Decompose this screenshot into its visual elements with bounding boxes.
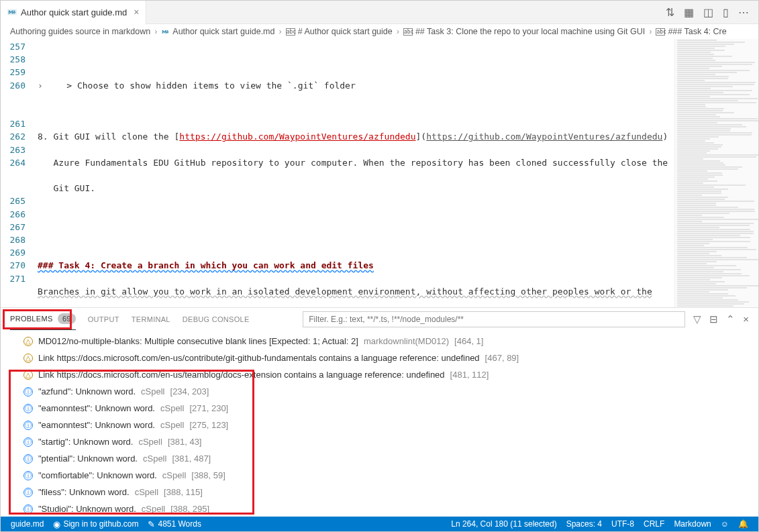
warning-icon: △ <box>23 370 33 380</box>
editor[interactable]: 257 258 259 260 261 262 263 264 265 266 … <box>1 39 674 307</box>
problem-row[interactable]: ⓘ"eamonntest": Unknown word.cSpell[275, … <box>9 417 750 433</box>
fold-chevron-icon[interactable]: › <box>38 79 46 92</box>
warning-icon: △ <box>23 337 33 346</box>
markdown-file-icon <box>7 7 17 17</box>
panel-tabs: PROBLEMS 69 OUTPUT TERMINAL DEBUG CONSOL… <box>1 308 758 330</box>
problem-source: markdownlint(MD012) <box>364 334 449 348</box>
problem-row[interactable]: ⓘ"filess": Unknown word.cSpell[388, 115] <box>9 484 750 500</box>
problem-row[interactable]: △MD012/no-multiple-blanks: Multiple cons… <box>9 333 750 350</box>
more-actions-icon[interactable]: ⋯ <box>738 6 749 19</box>
problem-row[interactable]: ⓘ"comfiortable": Unknown word.cSpell[388… <box>9 467 750 484</box>
heading-icon: abc <box>286 28 295 36</box>
problem-source: cSpell <box>135 485 158 499</box>
problem-source: cSpell <box>143 451 166 466</box>
github-icon: ◉ <box>53 519 60 529</box>
tab-debug-console[interactable]: DEBUG CONSOLE <box>183 310 250 329</box>
problem-row[interactable]: ⓘ"startig": Unknown word.cSpell[381, 43] <box>9 433 750 450</box>
problem-message: "eamonntest": Unknown word. <box>38 418 155 432</box>
editor-tab[interactable]: Author quick start guide.md × <box>1 1 146 24</box>
minimap[interactable]: document.write(Array.from({length:140}).… <box>674 39 758 307</box>
problem-source: cSpell <box>160 418 184 432</box>
tab-close-icon[interactable]: × <box>134 7 139 17</box>
statusbar: guide.md ◉Sign in to github.com ✎4851 Wo… <box>1 517 758 531</box>
problem-source: cSpell <box>138 435 162 449</box>
problem-location: [388, 295] <box>170 502 209 516</box>
problem-source: cSpell <box>141 384 164 398</box>
problem-message: "eamonntest": Unknown word. <box>38 401 155 415</box>
problem-message: "startig": Unknown word. <box>38 435 133 449</box>
info-icon: ⓘ <box>23 471 33 480</box>
status-indentation[interactable]: Spaces: 4 <box>562 519 607 529</box>
heading-icon: abc <box>656 28 665 36</box>
split-editor-right-icon[interactable]: ▯ <box>723 6 729 19</box>
problem-message: MD012/no-multiple-blanks: Multiple conse… <box>38 334 358 348</box>
tab-output[interactable]: OUTPUT <box>88 310 119 329</box>
breadcrumb-item[interactable]: Author quick start guide.md <box>172 27 274 36</box>
info-icon: ⓘ <box>23 387 33 396</box>
breadcrumb-item[interactable]: # Author quick start guide <box>298 27 393 36</box>
bottom-panel: PROBLEMS 69 OUTPUT TERMINAL DEBUG CONSOL… <box>1 307 758 518</box>
open-preview-icon[interactable]: ▦ <box>684 6 694 19</box>
problem-location: [381, 487] <box>172 451 211 466</box>
maximize-panel-icon[interactable]: ⌃ <box>726 313 735 325</box>
info-icon: ⓘ <box>23 421 33 430</box>
split-editor-icon[interactable]: ◫ <box>703 6 713 19</box>
status-language[interactable]: Markdown <box>669 519 715 529</box>
problem-row[interactable]: △Link https://docs.microsoft.com/en-us/t… <box>9 366 750 383</box>
chevron-right-icon: › <box>397 27 399 36</box>
problem-message: "azfund": Unknown word. <box>38 384 136 398</box>
breadcrumb-item[interactable]: ### Task 4: Cre <box>668 27 726 36</box>
info-icon: ⓘ <box>23 454 33 464</box>
status-feedback-icon[interactable]: ☺ <box>716 519 733 529</box>
problem-row[interactable]: ⓘ"eamonntest": Unknown word.cSpell[271, … <box>9 400 750 417</box>
code-content[interactable]: › > Choose to show hidden items to view … <box>38 39 674 307</box>
filter-icon[interactable]: ▽ <box>693 313 701 325</box>
status-signin[interactable]: ◉Sign in to github.com <box>48 519 143 529</box>
info-icon: ⓘ <box>23 488 33 497</box>
info-icon: ⓘ <box>23 404 33 413</box>
breadcrumb-item[interactable]: Authoring guides source in markdown <box>10 27 150 36</box>
status-eol[interactable]: CRLF <box>639 519 669 529</box>
status-cursor[interactable]: Ln 264, Col 180 (11 selected) <box>446 519 561 529</box>
problems-list[interactable]: △MD012/no-multiple-blanks: Multiple cons… <box>1 330 758 518</box>
chevron-right-icon: › <box>279 27 282 36</box>
tab-bar: Author quick start guide.md × ⇅ ▦ ◫ ▯ ⋯ <box>1 1 758 24</box>
problem-message: "Studioi": Unknown word. <box>38 502 136 516</box>
problem-location: [275, 123] <box>189 418 228 432</box>
breadcrumb-item[interactable]: ## Task 3: Clone the repo to your local … <box>415 27 645 36</box>
collapse-all-icon[interactable]: ⊟ <box>709 313 718 325</box>
status-encoding[interactable]: UTF-8 <box>607 519 639 529</box>
compare-changes-icon[interactable]: ⇅ <box>666 6 674 19</box>
book-icon: ✎ <box>148 519 155 529</box>
problem-message: "ptential": Unknown word. <box>38 451 138 466</box>
problem-source: cSpell <box>162 468 186 482</box>
problem-message: Link https://docs.microsoft.com/en-us/te… <box>38 368 445 382</box>
tab-actions: ⇅ ▦ ◫ ▯ ⋯ <box>656 6 758 19</box>
problem-row[interactable]: △Link https://docs.microsoft.com/en-us/c… <box>9 350 750 366</box>
breadcrumb[interactable]: Authoring guides source in markdown › Au… <box>1 24 758 39</box>
close-panel-icon[interactable]: × <box>743 313 749 325</box>
problem-source: cSpell <box>160 401 184 415</box>
chevron-right-icon: › <box>154 27 157 36</box>
heading-icon: abc <box>403 28 413 36</box>
info-icon: ⓘ <box>23 437 33 447</box>
problems-filter-input[interactable] <box>303 311 685 327</box>
problem-row[interactable]: ⓘ"Studioi": Unknown word.cSpell[388, 295… <box>9 500 750 517</box>
markdown-file-icon <box>161 28 170 36</box>
status-notifications-icon[interactable]: 🔔 <box>733 519 753 529</box>
tab-filename: Author quick start guide.md <box>21 7 127 17</box>
problem-location: [381, 43] <box>168 435 202 449</box>
tab-problems[interactable]: PROBLEMS 69 <box>10 308 76 330</box>
problem-location: [467, 89] <box>485 351 519 365</box>
problem-location: [271, 230] <box>189 401 228 415</box>
tab-terminal[interactable]: TERMINAL <box>132 310 170 329</box>
problem-row[interactable]: ⓘ"ptential": Unknown word.cSpell[381, 48… <box>9 450 750 467</box>
status-word-count[interactable]: ✎4851 Words <box>143 519 205 529</box>
info-icon: ⓘ <box>23 504 33 514</box>
chevron-right-icon: › <box>649 27 652 36</box>
warning-icon: △ <box>23 354 33 363</box>
status-file[interactable]: guide.md <box>6 519 48 529</box>
problem-message: "comfiortable": Unknown word. <box>38 468 157 482</box>
problem-row[interactable]: ⓘ"azfund": Unknown word.cSpell[234, 203] <box>9 383 750 400</box>
problems-count-badge: 69 <box>58 313 76 324</box>
